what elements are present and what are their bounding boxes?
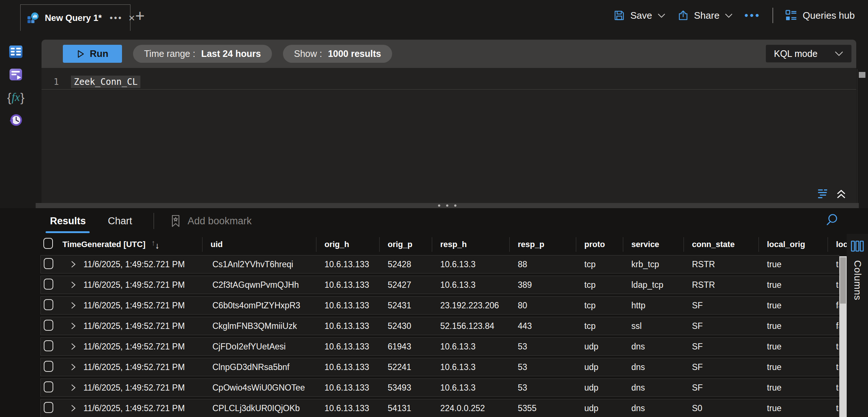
row-expand-chevron[interactable] [63, 384, 83, 392]
tables-icon [9, 46, 22, 58]
format-query-icon[interactable] [817, 189, 830, 200]
tab-results[interactable]: Results [50, 215, 86, 227]
row-checkbox[interactable] [44, 299, 53, 310]
cell-local-resp: true [828, 362, 839, 372]
row-expand-chevron[interactable] [63, 322, 83, 330]
select-all-checkbox[interactable] [43, 238, 53, 249]
query-tab[interactable]: New Query 1* ••• × [20, 4, 130, 31]
row-expand-chevron[interactable] [63, 404, 83, 412]
cell-orig-h: 10.6.13.133 [316, 383, 380, 393]
column-header-conn-state[interactable]: conn_state [684, 237, 758, 252]
table-row[interactable]: 11/6/2025, 1:49:52.721 PMCPLCLj3dkUR0IQj… [40, 399, 839, 417]
column-header-proto[interactable]: proto [576, 237, 623, 252]
table-header-row: TimeGenerated [UTC] ↑↓ uid orig_h orig_p… [40, 234, 847, 255]
row-checkbox[interactable] [44, 361, 53, 372]
row-checkbox[interactable] [44, 258, 53, 269]
table-row[interactable]: 11/6/2025, 1:49:52.721 PMCpOwio4sWiU0GNO… [40, 378, 839, 397]
table-row[interactable]: 11/6/2025, 1:49:52.721 PMCkglmFNB3QMmiiU… [40, 317, 839, 335]
row-checkbox[interactable] [44, 381, 53, 392]
cell-orig-p: 54131 [380, 403, 432, 413]
results-scrollbar[interactable] [839, 256, 847, 417]
row-expand-chevron[interactable] [63, 301, 83, 309]
column-header-resp-h[interactable]: resp_h [432, 237, 509, 252]
search-results-icon[interactable] [826, 213, 842, 228]
cell-orig-h: 10.6.13.133 [316, 403, 380, 413]
more-options-button[interactable]: ••• [739, 10, 767, 21]
cell-proto: tcp [576, 321, 623, 331]
row-checkbox[interactable] [44, 279, 53, 290]
results-tab-bar: Results Chart Add bookmark [0, 208, 868, 234]
tab-chart[interactable]: Chart [108, 215, 132, 227]
query-editor-panel: Run Time range : Last 24 hours Show : 10… [42, 40, 856, 203]
cell-time: 11/6/2025, 1:49:52.721 PM [83, 321, 202, 331]
play-icon [76, 50, 85, 58]
save-button[interactable]: Save [607, 10, 671, 21]
cell-orig-p: 52431 [380, 301, 432, 311]
query-text[interactable]: Zeek_Conn_CL [71, 76, 140, 88]
cell-uid: C6b0ts4omPtZYHxpR3 [202, 301, 316, 311]
row-checkbox[interactable] [44, 402, 53, 413]
columns-panel-tab[interactable]: Columns [847, 234, 868, 417]
sidebar-item-queries[interactable] [0, 63, 32, 86]
chevron-down-icon [835, 51, 843, 56]
table-row[interactable]: 11/6/2025, 1:49:52.721 PMCs1Anl2YVhvT6hr… [40, 255, 839, 273]
collapse-editor-icon[interactable] [835, 188, 847, 200]
tab-more-icon[interactable]: ••• [110, 13, 123, 23]
column-header-uid[interactable]: uid [202, 237, 316, 252]
table-row[interactable]: 11/6/2025, 1:49:52.721 PMC2f3tAGqwnPvmQJ… [40, 276, 839, 294]
column-header-timegenerated[interactable]: TimeGenerated [UTC] ↑↓ [62, 240, 202, 250]
table-row[interactable]: 11/6/2025, 1:49:52.721 PMC6b0ts4omPtZYHx… [40, 296, 839, 315]
sidebar-item-tables[interactable] [0, 40, 32, 63]
cell-time: 11/6/2025, 1:49:52.721 PM [83, 403, 202, 413]
sidebar-item-functions[interactable]: {fx} [0, 86, 32, 109]
editor-line-1[interactable]: 1 Zeek_Conn_CL [42, 74, 856, 90]
cell-resp-h: 10.6.13.3 [432, 280, 510, 290]
share-button[interactable]: Share [671, 10, 739, 21]
cell-resp-h: 52.156.123.84 [432, 321, 510, 331]
column-header-orig-p[interactable]: orig_p [379, 237, 432, 252]
cell-resp-p: 53 [510, 362, 576, 372]
column-header-local-orig[interactable]: local_orig [758, 237, 828, 252]
row-checkbox[interactable] [44, 320, 53, 331]
tab-title: New Query 1* [45, 13, 102, 23]
cell-resp-h: 10.6.13.3 [432, 342, 510, 352]
cell-proto: tcp [576, 260, 623, 269]
row-expand-chevron[interactable] [63, 363, 83, 371]
editor-scrollbar[interactable] [857, 69, 867, 203]
time-range-picker[interactable]: Time range : Last 24 hours [133, 45, 272, 63]
cell-resp-p: 443 [510, 321, 576, 331]
table-body: 11/6/2025, 1:49:52.721 PMCs1Anl2YVhvT6hr… [40, 255, 839, 417]
table-row[interactable]: 11/6/2025, 1:49:52.721 PMCjFDoI2efYUetAe… [40, 337, 839, 356]
panel-resize-handle[interactable] [36, 203, 859, 208]
queries-hub-button[interactable]: Queries hub [779, 9, 861, 22]
cell-uid: CpOwio4sWiU0GNOTee [202, 383, 316, 393]
top-actions: Save Share ••• [607, 0, 861, 31]
add-bookmark-button[interactable]: Add bookmark [169, 214, 252, 228]
cell-service: ldap_tcp [623, 280, 684, 290]
run-button[interactable]: Run [63, 45, 122, 63]
sidebar-item-query-history[interactable] [0, 109, 32, 131]
row-expand-chevron[interactable] [63, 260, 83, 268]
kql-mode-dropdown[interactable]: KQL mode [766, 45, 851, 62]
cell-uid: CkglmFNB3QMmiiUzk [202, 321, 316, 331]
cell-orig-h: 10.6.13.133 [316, 301, 380, 311]
cell-resp-p: 88 [510, 260, 576, 269]
column-header-resp-p[interactable]: resp_p [509, 237, 576, 252]
cell-orig-p: 52241 [380, 362, 432, 372]
column-header-local-resp[interactable]: local_resp [828, 237, 847, 252]
row-expand-chevron[interactable] [63, 281, 83, 289]
show-results-picker[interactable]: Show : 1000 results [283, 45, 392, 63]
share-icon [677, 10, 689, 21]
cell-resp-h: 10.6.13.3 [432, 362, 510, 372]
column-header-service[interactable]: service [623, 237, 684, 252]
cell-orig-h: 10.6.13.133 [316, 321, 380, 331]
row-expand-chevron[interactable] [63, 342, 83, 351]
table-row[interactable]: 11/6/2025, 1:49:52.721 PMClnpGD3dNRsa5bn… [40, 358, 839, 376]
toolbar-divider [772, 8, 773, 23]
column-header-orig-h[interactable]: orig_h [316, 237, 379, 252]
new-tab-button[interactable]: + [135, 7, 145, 25]
tab-close-icon[interactable]: × [129, 12, 135, 23]
row-checkbox[interactable] [44, 340, 53, 351]
cell-orig-p: 52428 [380, 260, 432, 269]
cell-orig-h: 10.6.13.133 [316, 280, 380, 290]
